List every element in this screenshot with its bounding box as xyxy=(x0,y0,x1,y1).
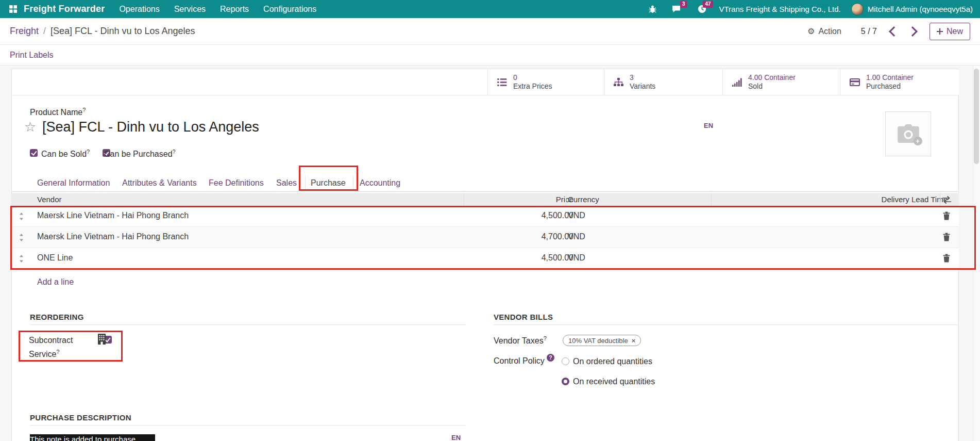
menu-services[interactable]: Services xyxy=(174,5,206,14)
radio-on-received-label[interactable]: On received quantities xyxy=(573,377,655,386)
section-divider xyxy=(30,425,466,426)
next-record-icon[interactable] xyxy=(907,26,918,37)
app-window: Freight Forwarder Operations Services Re… xyxy=(0,0,980,441)
menu-reports[interactable]: Reports xyxy=(220,5,249,14)
stat-purchased[interactable]: 1.00 ContainerPurchased xyxy=(840,69,959,95)
record-pager: 5 / 7 xyxy=(861,27,877,36)
plus-icon xyxy=(937,28,943,35)
debug-bug-icon[interactable] xyxy=(647,4,658,15)
breadcrumb-parent[interactable]: Freight xyxy=(10,26,39,37)
stat-label: Purchased xyxy=(866,82,914,91)
cell-vendor[interactable]: ONE Line xyxy=(37,253,73,263)
delete-row-icon[interactable] xyxy=(943,233,950,243)
app-name[interactable]: Freight Forwarder xyxy=(24,4,105,14)
camera-icon: + xyxy=(897,124,920,144)
cell-lead-time[interactable]: 1 xyxy=(888,253,949,263)
tab-fee-definitions[interactable]: Fee Definitions xyxy=(209,178,264,188)
purchase-description-note[interactable]: This note is added to purchase orders. xyxy=(30,434,155,441)
radio-on-ordered-quantities[interactable] xyxy=(562,357,569,365)
tab-purchase[interactable]: Purchase xyxy=(311,178,346,188)
cell-lead-time[interactable]: 1 xyxy=(888,232,949,241)
apps-grid-icon[interactable] xyxy=(7,4,19,15)
cell-lead-time[interactable]: 1 xyxy=(888,211,949,220)
menu-operations[interactable]: Operations xyxy=(119,5,159,14)
col-header-price[interactable]: Price xyxy=(470,193,573,206)
cell-price[interactable]: 4,500.00 xyxy=(470,253,573,263)
cell-currency[interactable]: VND xyxy=(568,211,585,220)
vendor-bills-section-title: VENDOR BILLS xyxy=(494,313,553,321)
control-policy-label: Control Policy xyxy=(494,356,545,366)
cell-price[interactable]: 4,500.00 xyxy=(470,211,573,220)
translation-language-badge[interactable]: EN xyxy=(451,434,461,441)
credit-card-icon xyxy=(850,78,860,87)
stat-value: 1.00 Container xyxy=(866,73,914,82)
new-record-button[interactable]: New xyxy=(930,23,970,40)
cell-price[interactable]: 4,700.00 xyxy=(470,232,573,241)
user-avatar[interactable] xyxy=(851,3,864,15)
stat-value: 0 xyxy=(513,73,552,82)
cell-vendor[interactable]: Maersk Line Vietnam - Hai Phong Branch xyxy=(37,211,189,220)
vendor-taxes-label: Vendor Taxes? xyxy=(494,335,547,346)
col-header-vendor[interactable]: Vendor xyxy=(37,193,62,206)
user-menu[interactable]: Mitchell Admin (qynoeeqvyt5a) xyxy=(868,5,973,13)
tab-sales[interactable]: Sales xyxy=(276,178,297,188)
vendor-row[interactable]: Maersk Line Vietnam - Hai Phong Branch 4… xyxy=(12,227,959,248)
tab-attributes-variants[interactable]: Attributes & Variants xyxy=(122,178,197,188)
scrollbar-thumb[interactable] xyxy=(974,69,979,164)
vendor-row[interactable]: Maersk Line Vietnam - Hai Phong Branch 4… xyxy=(12,206,959,227)
company-building-icon xyxy=(97,334,106,347)
col-header-currency[interactable]: Currency xyxy=(568,193,599,206)
stat-value: 3 xyxy=(630,73,655,82)
delete-row-icon[interactable] xyxy=(943,254,950,265)
form-buttons-bar: Print Labels xyxy=(0,45,980,66)
add-a-line-link[interactable]: Add a line xyxy=(37,277,74,287)
stat-extra-prices[interactable]: 0Extra Prices xyxy=(487,69,604,95)
section-divider xyxy=(494,324,959,325)
cell-vendor[interactable]: Maersk Line Vietnam - Hai Phong Branch xyxy=(37,232,189,241)
vendor-tax-tag[interactable]: 10% VAT deductible × xyxy=(563,335,641,346)
stat-variants[interactable]: 3Variants xyxy=(604,69,722,95)
optional-columns-icon[interactable] xyxy=(942,195,952,206)
tab-general-information[interactable]: General Information xyxy=(37,178,110,188)
radio-on-received-quantities[interactable] xyxy=(562,378,569,385)
previous-record-icon[interactable] xyxy=(889,26,899,37)
messages-icon[interactable]: 3 xyxy=(671,4,682,15)
menu-configurations[interactable]: Configurations xyxy=(263,5,316,14)
stat-sold[interactable]: 4.00 ContainerSold xyxy=(722,69,840,95)
can-be-sold-checkbox[interactable] xyxy=(30,149,38,157)
col-header-delivery-lead-time[interactable]: Delivery Lead Time xyxy=(862,193,948,206)
help-badge-icon[interactable]: ? xyxy=(547,354,554,362)
translation-language-badge[interactable]: EN xyxy=(704,122,713,129)
add-image-plus-icon: + xyxy=(914,137,922,145)
column-divider xyxy=(566,193,566,206)
vendor-row[interactable]: ONE Line 4,500.00 VND 1 xyxy=(12,248,959,269)
help-sup: ? xyxy=(82,107,86,113)
tax-tag-label: 10% VAT deductible xyxy=(568,337,628,345)
column-divider xyxy=(711,193,712,206)
stat-label: Variants xyxy=(630,82,655,91)
action-label: Action xyxy=(818,27,841,36)
vendor-table-header: Vendor Price Currency Delivery Lead Time xyxy=(12,193,959,206)
product-image-placeholder[interactable]: + xyxy=(885,111,931,156)
activities-badge: 47 xyxy=(703,1,713,8)
remove-tag-icon[interactable]: × xyxy=(632,337,636,344)
delete-row-icon[interactable] xyxy=(943,211,950,222)
radio-on-ordered-label[interactable]: On ordered quantities xyxy=(573,357,652,366)
purchase-description-section-title: PURCHASE DESCRIPTION xyxy=(30,413,131,422)
product-name-field-label: Product Name? xyxy=(30,107,86,117)
breadcrumb-current: [Sea] FCL - Dinh vu to Los Angeles xyxy=(50,26,195,37)
activities-clock-icon[interactable]: 47 xyxy=(697,4,708,15)
cell-currency[interactable]: VND xyxy=(568,253,585,263)
drag-handle-icon[interactable] xyxy=(19,213,24,222)
drag-handle-icon[interactable] xyxy=(19,234,24,243)
tab-accounting[interactable]: Accounting xyxy=(360,178,400,188)
cell-currency[interactable]: VND xyxy=(568,232,585,241)
print-labels-button[interactable]: Print Labels xyxy=(10,51,54,60)
action-menu-button[interactable]: ⚙ Action xyxy=(807,26,841,36)
favorite-star-icon[interactable]: ☆ xyxy=(24,120,36,134)
drag-handle-icon[interactable] xyxy=(19,255,24,265)
bar-chart-icon xyxy=(732,78,742,87)
company-switcher[interactable]: VTrans Freight & Shipping Co., Ltd. xyxy=(719,5,841,13)
column-divider xyxy=(464,193,464,206)
product-title[interactable]: [Sea] FCL - Dinh vu to Los Angeles xyxy=(42,119,259,135)
